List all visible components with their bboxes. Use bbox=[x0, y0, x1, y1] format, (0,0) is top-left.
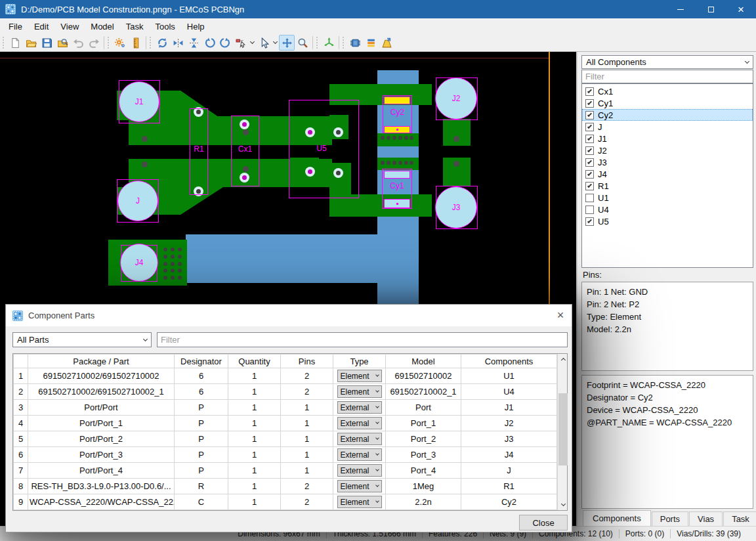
table-row[interactable]: 6Port/Port_3P11ExternalPort_3J4 bbox=[14, 447, 557, 463]
table-row[interactable]: 4Port/Port_1P11ExternalPort_1J2 bbox=[14, 416, 557, 431]
toolbar-grip[interactable] bbox=[108, 37, 110, 49]
component-label: J1 bbox=[598, 134, 607, 144]
connector-j4[interactable]: J4 bbox=[120, 244, 158, 282]
tab-ports[interactable]: Ports bbox=[652, 511, 688, 526]
tab-components[interactable]: Components bbox=[583, 510, 651, 526]
find-button[interactable] bbox=[54, 35, 70, 51]
table-row[interactable]: 5Port/Port_2P11ExternalPort_2J3 bbox=[14, 431, 557, 447]
type-select[interactable]: External bbox=[337, 433, 382, 445]
checkbox[interactable] bbox=[585, 99, 594, 108]
toolbar-grip[interactable] bbox=[3, 37, 5, 49]
flip-vertical-button[interactable] bbox=[186, 35, 201, 51]
toolbar-grip[interactable] bbox=[316, 37, 319, 49]
component-filter-input[interactable] bbox=[581, 70, 753, 83]
component-list-item-u4[interactable]: U4 bbox=[582, 204, 753, 215]
component-list-item-cy2[interactable]: Cy2 bbox=[582, 109, 753, 121]
connector-j2[interactable]: J2 bbox=[435, 77, 477, 119]
type-select[interactable]: Element bbox=[337, 385, 382, 398]
checkbox[interactable] bbox=[585, 111, 594, 119]
component-list-item-r1[interactable]: R1 bbox=[582, 180, 753, 192]
export-button[interactable] bbox=[379, 35, 394, 51]
checkbox[interactable] bbox=[585, 123, 594, 131]
parts-scope-select[interactable]: All Parts bbox=[12, 332, 152, 347]
menu-item-file[interactable]: File bbox=[3, 20, 28, 33]
menu-item-help[interactable]: Help bbox=[181, 20, 211, 33]
component-scope-select[interactable]: All Components bbox=[581, 55, 753, 69]
component-list-item-cx1[interactable]: Cx1 bbox=[582, 85, 753, 97]
probe-select-dropdown-arrow[interactable] bbox=[249, 35, 256, 51]
table-row[interactable]: 7Port/Port_4P11ExternalPort_4J bbox=[14, 463, 557, 479]
rotate-ccw-button[interactable] bbox=[201, 35, 217, 51]
table-row[interactable]: 1691502710002/691502710002612Element6915… bbox=[14, 368, 557, 384]
parts-filter-input[interactable] bbox=[157, 332, 568, 347]
table-scrollbar[interactable] bbox=[557, 354, 567, 510]
refresh-button[interactable] bbox=[154, 35, 170, 51]
type-select[interactable]: External bbox=[337, 417, 382, 429]
probe-select-button[interactable] bbox=[233, 35, 249, 51]
type-select[interactable]: Element bbox=[337, 496, 382, 508]
table-row[interactable]: 9WCAP-CSSA_2220/WCAP-CSSA_2220C12Element… bbox=[14, 494, 557, 510]
menu-item-edit[interactable]: Edit bbox=[28, 20, 54, 33]
menu-item-view[interactable]: View bbox=[54, 20, 85, 33]
menu-item-task[interactable]: Task bbox=[120, 20, 150, 33]
checkbox[interactable] bbox=[585, 182, 594, 190]
scroll-down-icon[interactable] bbox=[558, 500, 568, 510]
component-list-item-j3[interactable]: J3 bbox=[582, 156, 753, 168]
menu-item-model[interactable]: Model bbox=[85, 20, 119, 33]
maximize-button[interactable] bbox=[696, 0, 726, 18]
component-list-item-u1[interactable]: U1 bbox=[582, 192, 753, 204]
settings-button[interactable] bbox=[112, 35, 128, 51]
dialog-close-x-button[interactable]: × bbox=[549, 305, 572, 326]
connector-j[interactable]: J bbox=[117, 181, 158, 221]
component-list-item-u5[interactable]: U5 bbox=[582, 215, 753, 227]
flip-horizontal-button[interactable] bbox=[170, 35, 186, 51]
scroll-up-icon[interactable] bbox=[558, 354, 568, 364]
toolbar-grip[interactable] bbox=[343, 37, 345, 49]
select-dropdown-arrow[interactable] bbox=[272, 35, 279, 51]
table-row[interactable]: 2691502710002/691502710002_1612Element69… bbox=[14, 384, 557, 400]
scrollbar-thumb[interactable] bbox=[558, 393, 568, 465]
type-select[interactable]: Element bbox=[337, 370, 382, 382]
components-button[interactable] bbox=[347, 35, 363, 51]
open-button[interactable] bbox=[23, 35, 39, 51]
checkbox[interactable] bbox=[585, 158, 594, 167]
component-list-item-j4[interactable]: J4 bbox=[582, 168, 753, 180]
select-button[interactable] bbox=[256, 35, 272, 51]
checkbox[interactable] bbox=[585, 170, 594, 179]
checkbox[interactable] bbox=[585, 194, 594, 202]
component-list-item-j1[interactable]: J1 bbox=[582, 133, 753, 144]
toolbar-grip[interactable] bbox=[150, 37, 152, 49]
dialog-close-button[interactable]: Close bbox=[519, 515, 568, 530]
component-list-item-j2[interactable]: J2 bbox=[582, 144, 753, 156]
new-button[interactable] bbox=[7, 35, 23, 51]
type-select[interactable]: External bbox=[337, 401, 382, 414]
connector-j3[interactable]: J3 bbox=[435, 186, 477, 228]
redo-button[interactable] bbox=[86, 35, 102, 51]
rotate-cw-button[interactable] bbox=[217, 35, 233, 51]
component-list-item-j[interactable]: J bbox=[582, 121, 753, 133]
measure-button[interactable] bbox=[128, 35, 144, 51]
menu-item-tools[interactable]: Tools bbox=[149, 20, 180, 33]
table-row[interactable]: 8RES-TH_BD3.3-L9.0-P13.00-D0.6/...R12Ele… bbox=[14, 479, 557, 494]
component-list-item-cy1[interactable]: Cy1 bbox=[582, 97, 753, 109]
checkbox[interactable] bbox=[585, 217, 594, 226]
undo-button[interactable] bbox=[70, 35, 86, 51]
type-select[interactable]: Element bbox=[337, 480, 382, 492]
type-select[interactable]: External bbox=[337, 448, 382, 461]
type-select[interactable]: External bbox=[337, 464, 382, 477]
connector-j1[interactable]: J1 bbox=[119, 81, 159, 122]
checkbox[interactable] bbox=[585, 135, 594, 143]
checkbox[interactable] bbox=[585, 146, 594, 155]
save-button[interactable] bbox=[39, 35, 54, 51]
checkbox[interactable] bbox=[585, 87, 594, 96]
view-3d-button[interactable] bbox=[321, 35, 337, 51]
close-button[interactable]: × bbox=[726, 0, 756, 18]
layers-button[interactable] bbox=[363, 35, 379, 51]
tab-vias[interactable]: Vias bbox=[689, 511, 723, 526]
zoom-button[interactable] bbox=[295, 35, 310, 51]
tab-task[interactable]: Task bbox=[723, 511, 756, 526]
table-row[interactable]: 3Port/PortP11ExternalPortJ1 bbox=[14, 400, 557, 416]
minimize-button[interactable] bbox=[665, 0, 696, 18]
pan-button[interactable] bbox=[279, 35, 295, 51]
checkbox[interactable] bbox=[585, 206, 594, 214]
